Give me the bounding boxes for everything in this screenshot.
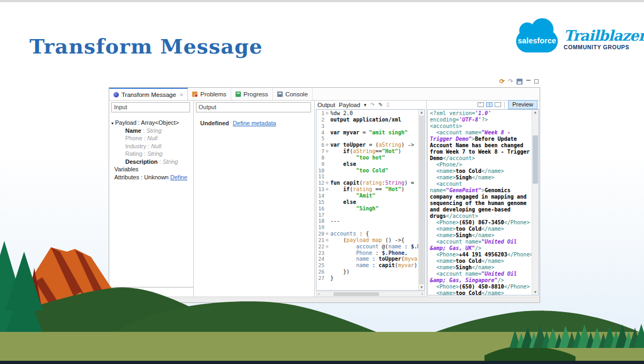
bottom-strip <box>0 361 644 364</box>
code-line[interactable]: 7⊖ if(aString=="Hot") <box>316 148 419 155</box>
line-number: 12 <box>316 180 324 186</box>
tree-label: Null <box>151 143 161 149</box>
xml-token: Account Name has been changed <box>430 142 524 148</box>
tree-item[interactable]: Attributes : Unknown Define <box>109 173 193 181</box>
code-line[interactable]: 4var myvar = "amit singh" <box>316 130 419 136</box>
code-line[interactable]: 11 <box>316 173 419 180</box>
preview-button[interactable]: Preview <box>508 100 537 109</box>
dropdown-icon[interactable]: ▾ <box>364 102 367 108</box>
line-number-gutter: 11 <box>316 173 330 180</box>
output-header-field[interactable]: Output <box>196 102 311 112</box>
code-token: fun <box>330 180 343 186</box>
tab-transform-message[interactable]: Transform Message× <box>109 88 188 100</box>
code-line[interactable]: 16 "Singh" <box>316 206 419 212</box>
input-header-field[interactable]: Input <box>111 102 190 112</box>
xml-token: and developing gene-based <box>430 207 511 213</box>
code-line[interactable]: 1⊖%dw 2.0 <box>316 110 419 117</box>
code-line[interactable]: 2output application/xml <box>316 117 419 123</box>
scrollbar-thumb[interactable] <box>533 135 538 184</box>
maximize-icon[interactable] <box>534 79 539 84</box>
xml-token: '1.0' <box>475 110 491 116</box>
line-number: 16 <box>316 206 324 212</box>
tree-item[interactable]: Phone : Null <box>109 134 193 142</box>
code-text: if(aString=="Hot") <box>330 148 401 155</box>
tab-bar: Transform Message×ProblemsProgressConsol… <box>109 88 540 101</box>
xml-line: <?xml version='1.0' <box>430 110 532 117</box>
code-line[interactable]: 12⊖fun capit(rating:String) = <box>316 180 419 186</box>
define-metadata-link[interactable]: Define metadata <box>233 120 276 126</box>
code-line[interactable]: 6⊖var toUpper = (aString) -> <box>316 142 419 148</box>
split-view-icon[interactable] <box>486 102 493 107</box>
scroll-up-icon[interactable]: ▲ <box>419 110 425 115</box>
redo-icon[interactable]: ↷ <box>508 78 513 85</box>
code-token: ) = <box>405 180 414 186</box>
page-title: Transform Message <box>29 34 263 58</box>
refresh-icon[interactable]: ⟳ <box>499 78 505 85</box>
line-number-gutter: 12⊖ <box>316 180 330 186</box>
line-number-gutter: 8 <box>316 155 330 161</box>
line-number: 6 <box>316 142 324 148</box>
code-line[interactable]: 15 else <box>316 199 419 206</box>
single-view-icon[interactable] <box>495 102 501 107</box>
tab-console[interactable]: Console <box>273 88 313 100</box>
tree-item[interactable]: Variables <box>109 165 193 173</box>
line-number: 1 <box>316 110 324 117</box>
tree-item[interactable]: Industry : Null <box>109 142 193 150</box>
code-line[interactable]: 3 <box>316 123 419 130</box>
edit-icon[interactable]: ✎ <box>378 102 383 108</box>
save-icon[interactable] <box>517 79 522 85</box>
xml-token: ?> <box>481 117 488 123</box>
tree-label: : <box>158 158 163 165</box>
xml-token: Genomics <box>484 187 510 193</box>
code-line[interactable]: 9 else <box>316 161 419 168</box>
fold-spacer <box>324 168 330 174</box>
code-text: %dw 2.0 <box>330 110 353 117</box>
code-token: myvar <box>343 130 359 135</box>
code-line[interactable]: 10 "too Cold" <box>316 168 419 174</box>
close-icon[interactable]: × <box>180 92 183 98</box>
code-token <box>330 155 356 161</box>
fold-spacer <box>324 155 330 161</box>
tab-progress[interactable]: Progress <box>231 88 273 100</box>
xml-line: <accounts> <box>430 123 532 130</box>
tree-item[interactable]: Description : String <box>109 158 193 166</box>
code-line[interactable]: 5 <box>316 135 419 142</box>
xml-line: drugs</account> <box>430 213 532 219</box>
tree-item[interactable]: Rating : String <box>109 150 193 158</box>
output-toolbar-label[interactable]: Output <box>317 102 335 108</box>
code-text: "too Cold" <box>330 168 388 174</box>
code-line[interactable]: 13⊖ if(rating == "Hot") <box>316 186 419 193</box>
tree-label: Description <box>125 158 158 165</box>
fold-icon: ⊖ <box>324 142 330 148</box>
minimize-icon[interactable] <box>526 79 531 84</box>
tree-label: Attributes : Unknown <box>115 174 171 180</box>
line-number: 10 <box>316 168 324 174</box>
fold-spacer <box>324 193 330 199</box>
tree-item[interactable]: Name : String <box>109 127 193 135</box>
fold-icon: ⊖ <box>324 148 330 155</box>
xml-token: </name> <box>481 168 504 174</box>
code-token: if <box>343 148 350 154</box>
xml-token: drugs <box>430 213 446 219</box>
code-line[interactable]: 8 "too hot" <box>316 155 419 161</box>
code-token <box>330 193 356 199</box>
tree-item[interactable]: ▾Payload : Array<Object> <box>109 119 193 127</box>
tab-problems[interactable]: Problems <box>188 88 231 100</box>
fold-spacer <box>324 212 330 218</box>
xml-token <box>430 181 436 187</box>
line-number-gutter: 6⊖ <box>316 142 330 148</box>
popup-view-icon[interactable] <box>478 102 484 107</box>
code-line[interactable]: 14 "Amit" <box>316 193 419 199</box>
trailblazer-logo-label: Trailblazer <box>564 28 641 44</box>
code-token <box>330 168 356 173</box>
scroll-up-icon[interactable]: ▲ <box>532 110 539 115</box>
code-text: output application/xml <box>330 117 401 123</box>
code-token: %dw 2.0 <box>330 110 353 116</box>
code-line[interactable]: 17 <box>316 212 419 218</box>
run-icon[interactable]: ↷ <box>370 102 374 108</box>
xml-token: <account <box>436 181 462 187</box>
payload-toolbar-label[interactable]: Payload <box>339 102 360 108</box>
delete-icon[interactable]: ▯ <box>387 102 390 108</box>
xml-token: </name> <box>472 175 494 180</box>
xml-token: Trigger Demo" <box>430 136 472 142</box>
